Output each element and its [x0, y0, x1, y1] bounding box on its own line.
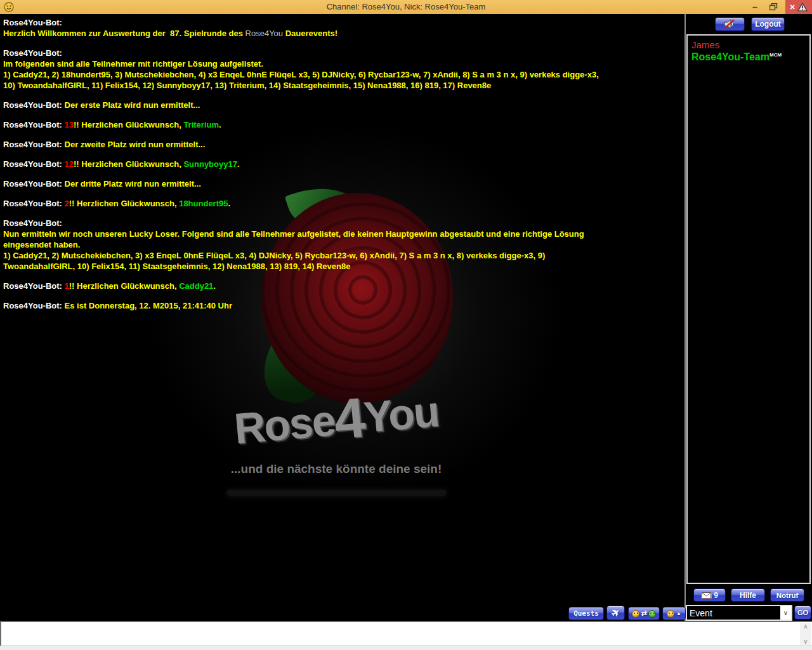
chevron-down-icon: ∨ — [780, 606, 791, 620]
event-select[interactable]: Event ∨ — [686, 605, 792, 621]
restore-window-button[interactable] — [765, 0, 782, 14]
chat-message: Rose4You-Bot: 1!! Herzlichen Glückwunsch… — [3, 281, 681, 291]
chat-message-segment: Caddy21 — [179, 281, 213, 291]
chat-input[interactable] — [1, 622, 799, 646]
chat-message-segment: Rose4You — [246, 29, 284, 38]
chat-message-segment: !! Herzlichen Glückwunsch, — [74, 120, 183, 129]
chat-message-segment: . — [228, 199, 230, 208]
chat-message-segment: 13 — [65, 120, 74, 129]
user-list-item-rose4you-team[interactable]: Rose4You-TeamMCM — [691, 51, 806, 63]
mail-button[interactable]: 9 — [693, 588, 726, 602]
swap-arrows-icon: ⇄ — [641, 609, 646, 618]
chat-message-segment: Rose4You-Bot: — [3, 218, 62, 228]
smiley-menu-button[interactable]: ▲ — [662, 607, 686, 620]
chat-message: Rose4You-Bot: 13!! Herzlichen Glückwunsc… — [3, 119, 681, 130]
yellow-smiley-icon — [667, 610, 674, 618]
scroll-up-icon[interactable]: ∧ — [800, 623, 811, 630]
overlapping-windows-icon — [769, 3, 778, 11]
go-button[interactable]: GO — [794, 606, 811, 620]
user-name: Rose4You-Team — [691, 51, 769, 62]
chat-panel: Rose4You ...und die nächste könnte deine… — [0, 14, 685, 621]
chat-message: Rose4You-Bot: Es ist Donnerstag, 12. M20… — [3, 300, 681, 311]
user-list-item-james[interactable]: James — [691, 39, 806, 50]
yellow-smiley-icon — [632, 610, 639, 618]
rose-leaf — [258, 305, 341, 409]
plane-icon: ✈ — [609, 606, 623, 620]
chat-message-segment: Rose4You-Bot: — [3, 179, 65, 189]
chat-message: Rose4You-Bot: Der erste Platz wird nun e… — [3, 100, 681, 110]
envelope-icon — [701, 592, 712, 599]
chat-message-segment: !! Herzlichen Glückwunsch, — [74, 159, 183, 169]
chat-message: Rose4You-Bot: 12!! Herzlichen Glückwunsc… — [3, 159, 681, 169]
mute-sound-button[interactable] — [715, 17, 745, 31]
logo-text: Rose — [232, 395, 336, 453]
input-scrollbar[interactable]: ∧ ∨ — [800, 623, 811, 645]
chat-message-segment: Der erste Platz wird nun ermittelt... — [65, 100, 200, 110]
chat-message-segment: . — [219, 120, 221, 129]
close-icon: × — [790, 2, 795, 12]
chat-message-segment: Rose4You-Bot: — [3, 120, 65, 129]
bottom-strip — [0, 646, 812, 650]
user-badge-mcm: MCM — [769, 52, 782, 58]
chat-message-segment: Rose4You-Bot: — [3, 100, 65, 110]
logo-text: You — [362, 387, 440, 441]
chat-message-segment: Triterium — [183, 120, 219, 129]
speaker-muted-icon — [723, 19, 737, 29]
chat-message-segment: !! Herzlichen Glückwunsch, — [69, 199, 179, 208]
chat-message-segment: Rose4You-Bot: — [3, 281, 65, 291]
chat-message-segment: . — [237, 159, 240, 169]
warning-triangle-icon — [797, 3, 808, 11]
message-input-area: ∧ ∨ — [0, 621, 812, 646]
user-list: James Rose4You-TeamMCM — [686, 34, 811, 584]
chat-message-segment: Es ist Donnerstag, 12. M2015, 21:41:40 U… — [65, 301, 232, 310]
chat-message: Rose4You-Bot: Herzlich Willkommen zur Au… — [3, 17, 681, 39]
minimize-button[interactable]: – — [747, 0, 763, 14]
chat-message-segment: Nun ermitteln wir noch unseren Lucky Los… — [3, 229, 584, 271]
chat-message: Rose4You-Bot: Nun ermitteln wir noch uns… — [3, 218, 681, 272]
chat-message-segment: Im folgenden sind alle Teilnehmer mit ri… — [3, 59, 599, 90]
chat-message-segment: Rose4You-Bot: — [3, 48, 62, 58]
chat-message-segment: 18hundert95 — [179, 199, 228, 208]
chat-message-segment: 2 — [65, 199, 69, 208]
titlebar: Channel: Rose4You, Nick: Rose4You-Team –… — [0, 0, 812, 14]
chat-log: Rose4You-Bot: Herzlich Willkommen zur Au… — [3, 17, 681, 320]
chat-message-segment: . — [213, 281, 216, 291]
quests-button[interactable]: Quests — [568, 607, 604, 620]
chat-message: Rose4You-Bot: Der zweite Platz wird nun … — [3, 139, 681, 150]
window-title: Channel: Rose4You, Nick: Rose4You-Team — [0, 2, 812, 11]
chat-message-segment: Rose4You-Bot: — [3, 159, 65, 169]
chat-message-segment: Herzlich Willkommen zur Auswertung der 8… — [3, 29, 246, 38]
green-smiley-icon — [648, 610, 656, 618]
chat-message: Rose4You-Bot: Im folgenden sind alle Tei… — [3, 48, 681, 91]
rose4you-logo: Rose4You — [210, 376, 462, 463]
event-select-value: Event — [687, 608, 780, 618]
chat-message-segment: Rose4You-Bot: — [3, 199, 65, 208]
logo-tagline: ...und die nächste könnte deine sein! — [216, 462, 457, 476]
chat-message-segment: Rose4You-Bot: — [3, 18, 62, 27]
chat-message: Rose4You-Bot: Der dritte Platz wird nun … — [3, 178, 681, 189]
chat-message-segment: Der dritte Platz wird nun ermittelt... — [65, 179, 201, 189]
chat-message-segment: Dauerevents! — [283, 29, 337, 38]
travel-plane-button[interactable]: ✈ — [606, 606, 625, 620]
chat-message: Rose4You-Bot: 2!! Herzlichen Glückwunsch… — [3, 198, 681, 209]
scroll-down-icon[interactable]: ∨ — [800, 638, 811, 645]
triangle-up-icon: ▲ — [676, 611, 681, 616]
chat-message-segment: 1 — [65, 281, 69, 291]
close-button[interactable]: × — [785, 0, 812, 14]
chat-message-segment: !! Herzlichen Glückwunsch, — [69, 281, 179, 291]
chat-message-segment: Der zweite Platz wird nun ermittelt... — [65, 140, 206, 149]
emergency-call-button[interactable]: Notruf — [770, 588, 804, 602]
smiley-trade-button[interactable]: ⇄ — [628, 607, 660, 620]
logo-text: 4 — [332, 385, 367, 451]
mail-count: 9 — [714, 591, 718, 600]
chat-message-segment: Sunnyboyy17 — [183, 159, 237, 169]
logo-shadow-bar — [227, 490, 446, 496]
chat-message-segment: 12 — [65, 159, 74, 169]
chat-message-segment: Rose4You-Bot: — [3, 301, 65, 310]
chat-message-segment: Rose4You-Bot: — [3, 140, 65, 149]
help-button[interactable]: Hilfe — [731, 588, 765, 602]
logout-button[interactable]: Logout — [751, 17, 785, 31]
